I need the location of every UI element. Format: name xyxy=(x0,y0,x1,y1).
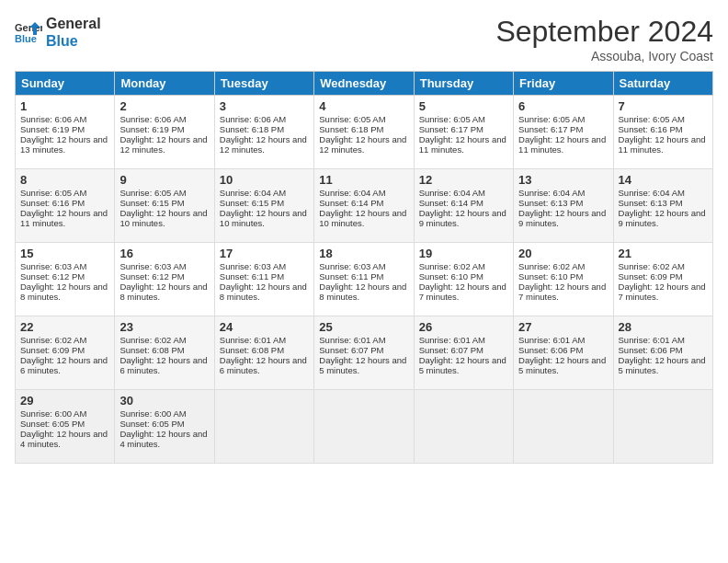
calendar-cell: 11 Sunrise: 6:04 AM Sunset: 6:14 PM Dayl… xyxy=(314,169,414,243)
calendar-cell: 22 Sunrise: 6:02 AM Sunset: 6:09 PM Dayl… xyxy=(16,316,115,390)
daylight-label: Daylight: 12 hours and 8 minutes. xyxy=(319,282,406,302)
sunrise-label: Sunrise: 6:04 AM xyxy=(619,188,685,198)
day-number: 27 xyxy=(518,320,608,334)
day-number: 1 xyxy=(20,99,109,113)
calendar-cell: 3 Sunrise: 6:06 AM Sunset: 6:18 PM Dayli… xyxy=(214,96,313,169)
sunrise-label: Sunrise: 6:02 AM xyxy=(619,261,685,271)
calendar-cell: 27 Sunrise: 6:01 AM Sunset: 6:06 PM Dayl… xyxy=(514,316,613,390)
daylight-label: Daylight: 12 hours and 11 minutes. xyxy=(518,134,606,155)
sunrise-label: Sunrise: 6:04 AM xyxy=(518,188,585,198)
calendar-cell: 24 Sunrise: 6:01 AM Sunset: 6:08 PM Dayl… xyxy=(214,316,313,390)
sunrise-label: Sunrise: 6:05 AM xyxy=(319,114,385,124)
calendar-cell: 26 Sunrise: 6:01 AM Sunset: 6:07 PM Dayl… xyxy=(414,316,513,390)
day-number: 6 xyxy=(518,99,608,113)
daylight-label: Daylight: 12 hours and 9 minutes. xyxy=(518,208,606,228)
calendar-cell: 18 Sunrise: 6:03 AM Sunset: 6:11 PM Dayl… xyxy=(314,243,414,316)
day-number: 29 xyxy=(20,394,109,408)
day-number: 8 xyxy=(20,173,109,187)
calendar-cell: 21 Sunrise: 6:02 AM Sunset: 6:09 PM Dayl… xyxy=(613,243,712,316)
calendar-cell: 23 Sunrise: 6:02 AM Sunset: 6:08 PM Dayl… xyxy=(115,316,214,390)
daylight-label: Daylight: 12 hours and 5 minutes. xyxy=(619,355,706,375)
daylight-label: Daylight: 12 hours and 10 minutes. xyxy=(319,208,406,228)
day-number: 20 xyxy=(518,247,608,260)
day-number: 12 xyxy=(419,173,508,187)
day-number: 10 xyxy=(220,173,309,187)
sunset-label: Sunset: 6:19 PM xyxy=(20,124,85,134)
calendar-cell: 20 Sunrise: 6:02 AM Sunset: 6:10 PM Dayl… xyxy=(514,243,613,316)
daylight-label: Daylight: 12 hours and 8 minutes. xyxy=(20,282,108,302)
logo: General Blue General Blue xyxy=(15,15,101,50)
day-number: 17 xyxy=(220,247,309,260)
title-section: September 2024 Assouba, Ivory Coast xyxy=(495,15,713,63)
calendar-cell: 4 Sunrise: 6:05 AM Sunset: 6:18 PM Dayli… xyxy=(314,96,414,169)
sunrise-label: Sunrise: 6:05 AM xyxy=(619,114,685,124)
day-number: 5 xyxy=(419,99,508,113)
sunrise-label: Sunrise: 6:02 AM xyxy=(20,335,86,345)
daylight-label: Daylight: 12 hours and 5 minutes. xyxy=(518,355,606,375)
sunset-label: Sunset: 6:11 PM xyxy=(319,271,383,282)
sunset-label: Sunset: 6:19 PM xyxy=(119,124,184,134)
daylight-label: Daylight: 12 hours and 11 minutes. xyxy=(20,208,108,228)
calendar-cell: 25 Sunrise: 6:01 AM Sunset: 6:07 PM Dayl… xyxy=(314,316,414,390)
calendar-cell: 14 Sunrise: 6:04 AM Sunset: 6:13 PM Dayl… xyxy=(613,169,712,243)
sunset-label: Sunset: 6:11 PM xyxy=(220,271,284,282)
daylight-label: Daylight: 12 hours and 13 minutes. xyxy=(20,134,108,155)
calendar-cell: 12 Sunrise: 6:04 AM Sunset: 6:14 PM Dayl… xyxy=(414,169,513,243)
sunrise-label: Sunrise: 6:01 AM xyxy=(220,335,286,345)
daylight-label: Daylight: 12 hours and 6 minutes. xyxy=(220,355,307,375)
day-number: 15 xyxy=(20,247,109,260)
sunset-label: Sunset: 6:05 PM xyxy=(119,419,184,429)
sunset-label: Sunset: 6:08 PM xyxy=(220,345,284,355)
sunrise-label: Sunrise: 6:02 AM xyxy=(419,261,485,271)
col-wednesday: Wednesday xyxy=(314,72,414,96)
day-number: 3 xyxy=(220,99,309,113)
day-number: 7 xyxy=(619,99,708,113)
sunrise-label: Sunrise: 6:06 AM xyxy=(20,114,86,124)
day-number: 9 xyxy=(119,173,209,187)
sunset-label: Sunset: 6:07 PM xyxy=(419,345,483,355)
daylight-label: Daylight: 12 hours and 8 minutes. xyxy=(220,282,307,302)
sunset-label: Sunset: 6:18 PM xyxy=(319,124,383,134)
daylight-label: Daylight: 12 hours and 9 minutes. xyxy=(619,208,706,228)
daylight-label: Daylight: 12 hours and 6 minutes. xyxy=(119,355,207,375)
sunrise-label: Sunrise: 6:06 AM xyxy=(119,114,186,124)
calendar-cell: 15 Sunrise: 6:03 AM Sunset: 6:12 PM Dayl… xyxy=(16,243,115,316)
daylight-label: Daylight: 12 hours and 5 minutes. xyxy=(419,355,506,375)
calendar-cell: 13 Sunrise: 6:04 AM Sunset: 6:13 PM Dayl… xyxy=(514,169,613,243)
sunrise-label: Sunrise: 6:00 AM xyxy=(119,408,186,419)
sunrise-label: Sunrise: 6:04 AM xyxy=(319,188,385,198)
sunset-label: Sunset: 6:08 PM xyxy=(119,345,184,355)
calendar-cell: 10 Sunrise: 6:04 AM Sunset: 6:15 PM Dayl… xyxy=(214,169,313,243)
calendar-cell xyxy=(214,390,313,464)
sunset-label: Sunset: 6:14 PM xyxy=(419,198,483,208)
calendar-cell: 1 Sunrise: 6:06 AM Sunset: 6:19 PM Dayli… xyxy=(16,96,115,169)
sunset-label: Sunset: 6:10 PM xyxy=(419,271,483,282)
day-number: 26 xyxy=(419,320,508,334)
calendar-cell xyxy=(514,390,613,464)
day-number: 19 xyxy=(419,247,508,260)
calendar-cell: 8 Sunrise: 6:05 AM Sunset: 6:16 PM Dayli… xyxy=(16,169,115,243)
daylight-label: Daylight: 12 hours and 7 minutes. xyxy=(518,282,606,302)
daylight-label: Daylight: 12 hours and 9 minutes. xyxy=(419,208,506,228)
sunset-label: Sunset: 6:09 PM xyxy=(20,345,85,355)
logo-line1: General xyxy=(46,15,101,32)
sunrise-label: Sunrise: 6:01 AM xyxy=(619,335,685,345)
col-monday: Monday xyxy=(115,72,214,96)
col-friday: Friday xyxy=(514,72,613,96)
sunrise-label: Sunrise: 6:05 AM xyxy=(518,114,585,124)
sunset-label: Sunset: 6:15 PM xyxy=(119,198,184,208)
sunrise-label: Sunrise: 6:01 AM xyxy=(518,335,585,345)
calendar-cell: 17 Sunrise: 6:03 AM Sunset: 6:11 PM Dayl… xyxy=(214,243,313,316)
sunrise-label: Sunrise: 6:01 AM xyxy=(419,335,485,345)
calendar-cell: 29 Sunrise: 6:00 AM Sunset: 6:05 PM Dayl… xyxy=(16,390,115,464)
daylight-label: Daylight: 12 hours and 11 minutes. xyxy=(619,134,706,155)
day-number: 13 xyxy=(518,173,608,187)
calendar-cell: 9 Sunrise: 6:05 AM Sunset: 6:15 PM Dayli… xyxy=(115,169,214,243)
daylight-label: Daylight: 12 hours and 10 minutes. xyxy=(220,208,307,228)
sunrise-label: Sunrise: 6:05 AM xyxy=(119,188,186,198)
location: Assouba, Ivory Coast xyxy=(495,49,713,63)
calendar-cell: 30 Sunrise: 6:00 AM Sunset: 6:05 PM Dayl… xyxy=(115,390,214,464)
sunset-label: Sunset: 6:10 PM xyxy=(518,271,583,282)
calendar: Sunday Monday Tuesday Wednesday Thursday… xyxy=(15,71,713,464)
sunset-label: Sunset: 6:06 PM xyxy=(619,345,683,355)
